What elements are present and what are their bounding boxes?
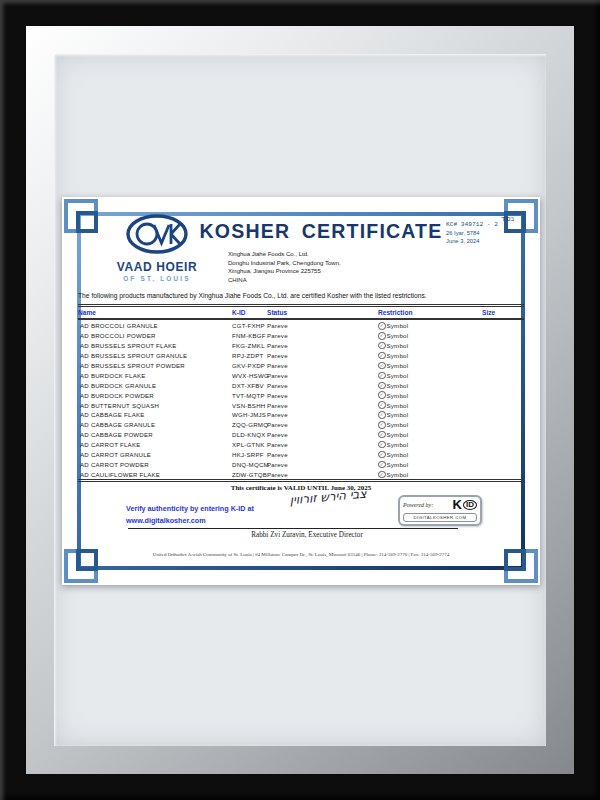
- product-name: AD BURDOCK POWDER: [78, 392, 232, 399]
- product-status: Pareve: [267, 322, 378, 329]
- product-name: AD BRUSSELS SPROUT GRANULE: [78, 352, 232, 359]
- company-address-line: Donghu Industrial Park, Chengdong Town,: [228, 259, 341, 268]
- restriction-label: Symbol: [387, 471, 409, 478]
- company-address-block: Xinghua Jiahe Foods Co., Ltd. Donghu Ind…: [228, 250, 341, 284]
- product-kid: DNQ-MQCM: [232, 461, 267, 468]
- product-name: AD BRUSSELS SPROUT FLAKE: [78, 342, 232, 349]
- circled-check-icon: ✓: [378, 421, 386, 429]
- verify-url: www.digitalkosher.com: [126, 515, 254, 527]
- product-restriction: ✓Symbol: [378, 471, 482, 479]
- product-restriction: ✓Symbol: [378, 431, 482, 439]
- product-name: AD BURDOCK GRANULE: [78, 382, 232, 389]
- product-status: Pareve: [267, 421, 378, 428]
- product-status: Pareve: [267, 352, 378, 359]
- certificate-paper: בס"ד KC# 349712 - 2 26 Iyar, 5784 June 3…: [62, 197, 540, 585]
- restriction-label: Symbol: [387, 411, 409, 418]
- circled-check-icon: ✓: [378, 441, 386, 449]
- table-row: AD CABBAGE POWDERDLD-KNQXPareve✓Symbol: [78, 430, 524, 440]
- product-name: AD CABBAGE GRANULE: [78, 421, 232, 428]
- product-restriction: ✓Symbol: [378, 372, 482, 380]
- product-status: Pareve: [267, 362, 378, 369]
- table-row: AD BUTTERNUT SQUASHVSN-BSHHPareve✓Symbol: [78, 400, 524, 410]
- product-table-body: AD BROCCOLI GRANULECGT-FXHPPareve✓Symbol…: [78, 320, 524, 482]
- signature-rule: [128, 528, 458, 529]
- restriction-label: Symbol: [387, 461, 409, 468]
- product-kid: ZQQ-GRMQ: [232, 421, 267, 428]
- product-table-header: Name K-ID Status Restriction Size: [78, 304, 524, 320]
- circled-check-icon: ✓: [378, 451, 386, 459]
- table-row: AD BROCCOLI POWDERFNM-KBGFPareve✓Symbol: [78, 331, 524, 341]
- kid-logo-id: ID: [463, 500, 477, 510]
- circled-check-icon: ✓: [378, 401, 386, 409]
- product-restriction: ✓Symbol: [378, 441, 482, 449]
- product-name: AD CABBAGE FLAKE: [78, 411, 232, 418]
- product-kid: GKV-PXDP: [232, 362, 267, 369]
- product-restriction: ✓Symbol: [378, 342, 482, 350]
- kid-logo-icon: K ID: [453, 499, 477, 511]
- circled-check-icon: ✓: [378, 431, 386, 439]
- org-subtitle: OF ST. LOUIS: [94, 275, 220, 282]
- table-row: AD BURDOCK FLAKEWVX-HSWGPareve✓Symbol: [78, 370, 524, 380]
- product-status: Pareve: [267, 471, 378, 478]
- product-status: Pareve: [267, 461, 378, 468]
- column-header-status: Status: [267, 309, 378, 316]
- product-status: Pareve: [267, 451, 378, 458]
- table-row: AD CABBAGE GRANULEZQQ-GRMQPareve✓Symbol: [78, 420, 524, 430]
- circled-check-icon: ✓: [378, 342, 386, 350]
- product-kid: FNM-KBGF: [232, 332, 267, 339]
- restriction-label: Symbol: [387, 451, 409, 458]
- powered-by-label: Powered by:: [403, 502, 433, 508]
- product-status: Pareve: [267, 431, 378, 438]
- hebrew-bsd: בס"ד: [501, 216, 514, 222]
- product-kid: DLD-KNQX: [232, 431, 267, 438]
- circled-check-icon: ✓: [378, 391, 386, 399]
- kid-logo-k: K: [453, 499, 462, 511]
- table-row: AD BRUSSELS SPROUT FLAKEFKG-ZMKLPareve✓S…: [78, 341, 524, 351]
- footer-address-line: United Orthodox Jewish Community of St. …: [78, 552, 524, 557]
- org-name: VAAD HOEIR: [94, 260, 220, 274]
- product-status: Pareve: [267, 332, 378, 339]
- kid-domain-label: DIGITALKOSHER.COM: [403, 513, 477, 522]
- table-row: AD CARROT POWDERDNQ-MQCMPareve✓Symbol: [78, 459, 524, 469]
- circled-check-icon: ✓: [378, 372, 386, 380]
- intro-sentence: The following products manufactured by X…: [78, 292, 524, 299]
- restriction-label: Symbol: [387, 441, 409, 448]
- circled-check-icon: ✓: [378, 471, 386, 479]
- circled-check-icon: ✓: [378, 332, 386, 340]
- restriction-label: Symbol: [387, 382, 409, 389]
- product-table: Name K-ID Status Restriction Size AD BRO…: [78, 304, 524, 482]
- product-status: Pareve: [267, 382, 378, 389]
- product-kid: WGH-JMJS: [232, 411, 267, 418]
- product-kid: RPJ-ZDPT: [232, 352, 267, 359]
- product-restriction: ✓Symbol: [378, 401, 482, 409]
- product-name: AD CARROT FLAKE: [78, 441, 232, 448]
- product-restriction: ✓Symbol: [378, 382, 482, 390]
- table-row: AD BURDOCK POWDERTVT-MQTPPareve✓Symbol: [78, 390, 524, 400]
- border-corner-ornament: [504, 211, 526, 233]
- circled-check-icon: ✓: [378, 382, 386, 390]
- product-kid: DXT-XFBV: [232, 382, 267, 389]
- product-kid: XPL-GTNK: [232, 441, 267, 448]
- valid-until-line: This certificate is VALID UNTIL June 30,…: [78, 484, 524, 492]
- restriction-label: Symbol: [387, 342, 409, 349]
- company-address-line: Xinghua, Jiangsu Province 225755: [228, 267, 341, 276]
- product-status: Pareve: [267, 372, 378, 379]
- column-header-kid: K-ID: [232, 309, 267, 316]
- product-restriction: ✓Symbol: [378, 352, 482, 360]
- product-name: AD BROCCOLI POWDER: [78, 332, 232, 339]
- circled-check-icon: ✓: [378, 322, 386, 330]
- product-restriction: ✓Symbol: [378, 451, 482, 459]
- product-restriction: ✓Symbol: [378, 461, 482, 469]
- table-row: AD CARROT FLAKEXPL-GTNKPareve✓Symbol: [78, 440, 524, 450]
- restriction-label: Symbol: [387, 431, 409, 438]
- table-row: AD BRUSSELS SPROUT GRANULERPJ-ZDPTPareve…: [78, 351, 524, 361]
- product-name: AD BROCCOLI GRANULE: [78, 322, 232, 329]
- column-header-name: Name: [78, 309, 232, 316]
- circled-check-icon: ✓: [378, 352, 386, 360]
- circled-check-icon: ✓: [378, 461, 386, 469]
- product-name: AD BRUSSELS SPROUT POWDER: [78, 362, 232, 369]
- restriction-label: Symbol: [387, 372, 409, 379]
- product-kid: FKG-ZMKL: [232, 342, 267, 349]
- product-kid: WVX-HSWG: [232, 372, 267, 379]
- table-row: AD BRUSSELS SPROUT POWDERGKV-PXDPPareve✓…: [78, 361, 524, 371]
